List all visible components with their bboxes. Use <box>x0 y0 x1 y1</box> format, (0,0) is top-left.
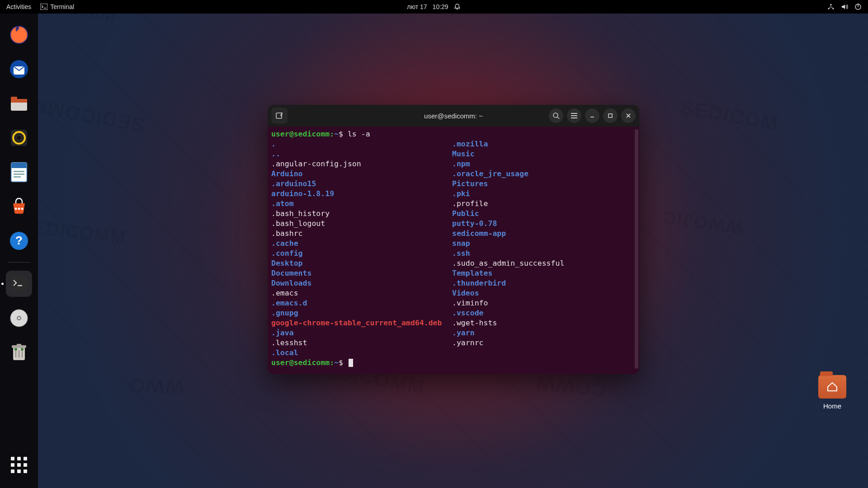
ls-entry: Pictures <box>452 179 636 189</box>
ls-entry: .angular-config.json <box>271 159 452 169</box>
ls-entry: putty-0.78 <box>452 219 636 229</box>
dock: ? <box>0 14 38 488</box>
desktop[interactable]: SEDICOMM WWO SEDICO SEDICOMM SEDICOMM SE… <box>38 14 868 488</box>
svg-point-27 <box>18 317 20 319</box>
svg-rect-15 <box>14 171 24 172</box>
dock-help[interactable]: ? <box>6 228 32 254</box>
ls-entry: .bash_history <box>271 209 452 219</box>
terminal-window: user@sedicomm: ~ <box>268 105 639 374</box>
new-tab-button[interactable] <box>271 108 288 124</box>
home-folder-icon <box>818 375 846 399</box>
ls-entry: .atom <box>271 199 452 209</box>
desktop-home-icon[interactable]: Home <box>812 375 853 410</box>
ls-entry: .emacs <box>271 288 452 298</box>
ls-entry: Documents <box>271 268 452 278</box>
ls-entry: .mozilla <box>452 139 636 149</box>
terminal-titlebar[interactable]: user@sedicomm: ~ <box>268 105 639 127</box>
ls-entry: .local <box>271 348 452 358</box>
dock-libreoffice-writer[interactable] <box>6 159 32 185</box>
terminal-cursor <box>349 359 353 367</box>
ls-entry: .lesshst <box>271 338 452 348</box>
current-app-indicator[interactable]: Terminal <box>40 3 74 10</box>
ls-entry: .yarnrc <box>452 338 636 348</box>
dock-disc[interactable] <box>6 305 32 331</box>
dock-trash[interactable] <box>6 339 32 366</box>
ls-entry: .bashrc <box>271 229 452 239</box>
ls-entry: Templates <box>452 268 636 278</box>
terminal-prompt-line: user@sedicomm:~$ <box>271 358 636 368</box>
dock-separator <box>8 262 30 263</box>
ls-entry: .profile <box>452 199 636 209</box>
close-button[interactable] <box>621 108 636 123</box>
current-app-name: Terminal <box>50 3 74 10</box>
ls-entry: .gnupg <box>271 308 452 318</box>
ls-entry: .viminfo <box>452 298 636 308</box>
time-label: 10:29 <box>433 3 448 10</box>
ls-entry: . <box>271 139 452 149</box>
ls-entry: Arduino <box>271 169 452 179</box>
ls-entry: .thunderbird <box>452 278 636 288</box>
svg-point-20 <box>21 208 24 210</box>
system-status-area[interactable] <box>827 3 868 10</box>
svg-rect-35 <box>609 114 612 117</box>
svg-point-19 <box>15 208 17 210</box>
apps-grid-icon <box>11 457 27 473</box>
svg-point-31 <box>14 348 17 351</box>
terminal-command-line: user@sedicomm:~$ ls -a <box>271 129 636 139</box>
ls-entry: google-chrome-stable_current_amd64.deb <box>271 318 452 328</box>
ls-entry: arduino-1.8.19 <box>271 189 452 199</box>
notification-bell-icon <box>454 3 461 10</box>
dock-firefox[interactable] <box>6 22 32 48</box>
ls-entry: .yarn <box>452 328 636 338</box>
ls-entry: .bash_logout <box>271 219 452 229</box>
clock-area[interactable]: лют 17 10:29 <box>407 3 461 10</box>
svg-rect-9 <box>11 99 27 103</box>
ls-entry: Downloads <box>271 278 452 288</box>
ls-entry: Music <box>452 149 636 159</box>
desktop-home-label: Home <box>812 402 853 410</box>
ls-entry: .sudo_as_admin_successful <box>452 258 636 268</box>
maximize-button[interactable] <box>603 108 618 123</box>
svg-rect-17 <box>14 176 21 178</box>
dock-software-center[interactable] <box>6 193 32 220</box>
dock-terminal[interactable] <box>6 271 32 297</box>
dock-rhythmbox[interactable] <box>6 125 32 151</box>
ls-entry: .java <box>271 328 452 338</box>
ls-entry: .emacs.d <box>271 298 452 308</box>
svg-point-18 <box>18 208 20 210</box>
show-applications-button[interactable] <box>6 452 32 478</box>
svg-rect-16 <box>14 174 24 175</box>
ls-entry: sedicomm-app <box>452 229 636 239</box>
svg-point-12 <box>17 136 21 140</box>
date-label: лют 17 <box>407 3 427 10</box>
activities-button[interactable]: Activities <box>6 3 31 10</box>
svg-point-32 <box>21 348 24 351</box>
search-button[interactable] <box>549 108 563 123</box>
terminal-body[interactable]: user@sedicomm:~$ ls -a ....angular-confi… <box>268 127 639 374</box>
ls-entry: .npm <box>452 159 636 169</box>
svg-rect-30 <box>17 344 21 346</box>
hamburger-menu-button[interactable] <box>567 108 581 123</box>
minimize-button[interactable] <box>585 108 599 123</box>
ls-entry: .. <box>271 149 452 159</box>
ls-entry: Public <box>452 209 636 219</box>
ls-entry: .arduino15 <box>271 179 452 189</box>
svg-rect-0 <box>40 4 47 10</box>
ls-entry: .pki <box>452 189 636 199</box>
dock-thunderbird[interactable] <box>6 56 32 82</box>
terminal-scrollbar[interactable] <box>635 129 638 369</box>
svg-point-1 <box>830 4 831 5</box>
ls-entry: .config <box>271 249 452 258</box>
terminal-icon <box>40 4 47 10</box>
terminal-title: user@sedicomm: ~ <box>424 112 483 120</box>
volume-icon <box>841 3 848 10</box>
svg-rect-23 <box>11 277 27 291</box>
power-icon <box>854 3 862 10</box>
ls-entry: .cache <box>271 239 452 249</box>
ls-entry: .oracle_jre_usage <box>452 169 636 179</box>
ls-entry: .wget-hsts <box>452 318 636 328</box>
ls-entry: snap <box>452 239 636 249</box>
ls-entry: .ssh <box>452 249 636 258</box>
dock-files[interactable] <box>6 90 32 117</box>
svg-rect-14 <box>11 163 27 168</box>
